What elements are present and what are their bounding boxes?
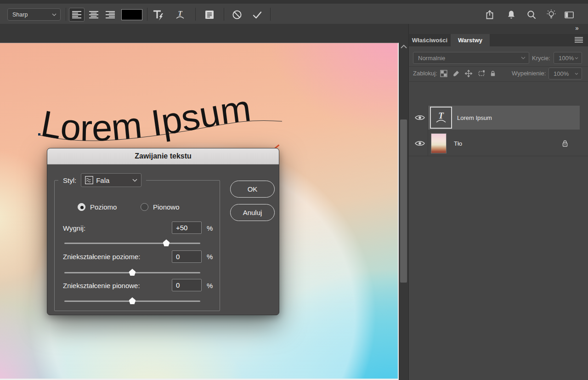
align-left-icon (72, 11, 81, 18)
align-center-icon (89, 11, 98, 18)
divider (147, 8, 147, 21)
bend-slider[interactable] (64, 239, 200, 246)
scroll-up-arrow[interactable] (400, 44, 407, 49)
v-distort-input[interactable] (172, 279, 202, 291)
blend-mode-dropdown[interactable]: Normalnie (413, 52, 529, 64)
h-distort-unit: % (207, 253, 213, 261)
layer-thumbnail-text[interactable]: T (430, 107, 452, 129)
align-right-button[interactable] (102, 8, 118, 22)
fill-dropdown[interactable]: 100% (548, 68, 582, 79)
panel-toggle-button[interactable] (562, 8, 576, 21)
radio-horizontal[interactable] (78, 203, 85, 211)
search-button[interactable] (525, 8, 538, 21)
h-distort-input[interactable] (172, 250, 202, 263)
lock-transparency-icon (440, 70, 447, 77)
tab-label: Właściwości (412, 37, 447, 44)
vertical-scrollbar-thumb[interactable] (400, 119, 407, 283)
divider (195, 8, 196, 21)
panels-toggle-button[interactable] (203, 8, 216, 21)
warp-style-dropdown[interactable]: Fala (81, 173, 141, 187)
chevron-down-icon (521, 57, 526, 59)
fill-value: 100% (554, 70, 569, 77)
lock-position-icon (465, 70, 472, 77)
layer-thumbnail-image[interactable] (431, 133, 447, 153)
radio-vertical-label[interactable]: Pionowo (153, 203, 180, 211)
lock-artboard-button[interactable] (477, 69, 485, 77)
opacity-label: Krycie: (532, 55, 550, 62)
lightbulb-button[interactable] (544, 8, 558, 21)
lightbulb-icon (546, 9, 557, 20)
eye-column-divider (428, 106, 428, 156)
slider-thumb[interactable] (129, 269, 136, 276)
layer-name[interactable]: Lorem Ipsum (457, 114, 492, 121)
window-edge (0, 0, 588, 4)
eye-icon (415, 140, 425, 147)
ok-button[interactable]: OK (230, 181, 275, 198)
svg-text:T: T (178, 10, 182, 17)
lock-artboard-icon (478, 70, 485, 77)
h-distort-label: Zniekształcenie poziome: (63, 253, 140, 261)
layer-visibility-toggle[interactable] (415, 140, 425, 147)
divider (270, 8, 271, 21)
dialog-title[interactable]: Zawijanie tekstu (47, 148, 279, 164)
warp-text-icon: T (433, 110, 449, 125)
eye-icon (415, 114, 425, 121)
style-label: Styl: (63, 176, 76, 184)
lock-all-icon (489, 70, 497, 77)
tab-warstwy[interactable]: Warstwy (451, 34, 490, 46)
svg-text:T: T (438, 111, 444, 120)
options-bar: Sharp T (0, 4, 588, 24)
search-icon (526, 9, 537, 20)
v-distort-label: Zniekształcenie pionowe: (63, 282, 140, 289)
lock-position-button[interactable] (464, 69, 472, 77)
fill-label: Wypełnienie: (512, 70, 546, 77)
bend-input[interactable] (172, 221, 202, 234)
layer-name[interactable]: Tło (454, 140, 462, 147)
panel-menu-button[interactable] (575, 37, 583, 43)
tab-wlasciwosci[interactable]: Właściwości (409, 34, 451, 46)
cancel-button[interactable] (230, 8, 244, 21)
photoshop-app: Sharp T (0, 0, 588, 380)
commit-icon (252, 9, 263, 20)
slider-thumb[interactable] (129, 297, 136, 304)
bend-unit: % (207, 224, 213, 232)
faux-styles-icon (152, 9, 164, 21)
layer-visibility-toggle[interactable] (415, 114, 425, 121)
chevron-down-icon (52, 13, 57, 16)
share-button[interactable] (483, 8, 497, 21)
bell-icon (506, 9, 517, 20)
cancel-icon (232, 9, 243, 20)
faux-styles-button[interactable] (151, 8, 165, 21)
panel-toggle-icon (564, 9, 575, 20)
cancel-button[interactable]: Anuluj (230, 204, 275, 221)
panel-overflow-chevrons[interactable]: » (575, 24, 586, 32)
hamburger-icon (575, 37, 583, 43)
align-center-button[interactable] (86, 8, 102, 22)
lock-paint-button[interactable] (452, 69, 460, 77)
divider (224, 8, 224, 21)
lock-all-button[interactable] (489, 69, 497, 77)
chevron-down-icon (575, 57, 578, 59)
style-value: Fala (96, 176, 109, 184)
opacity-dropdown[interactable]: 100% (554, 52, 582, 64)
lock-transparency-button[interactable] (440, 69, 447, 77)
align-left-button[interactable] (69, 8, 85, 22)
text-color-swatch[interactable] (121, 9, 142, 20)
style-row: Styl: Fala (58, 173, 146, 187)
radio-horizontal-label[interactable]: Poziomo (90, 203, 117, 211)
canvas-text[interactable]: Lorem Ipsum (38, 88, 253, 149)
divider (66, 8, 66, 21)
v-distort-slider[interactable] (64, 297, 200, 304)
commit-button[interactable] (250, 8, 264, 21)
radio-vertical[interactable] (141, 203, 148, 211)
wave-style-icon (85, 176, 93, 184)
antialias-dropdown[interactable]: Sharp (7, 8, 61, 21)
v-distort-unit: % (207, 282, 213, 289)
slider-thumb[interactable] (163, 239, 170, 246)
warp-text-button[interactable]: T (173, 8, 187, 21)
h-distort-slider[interactable] (64, 268, 200, 276)
align-right-icon (106, 11, 115, 18)
opacity-value: 100% (559, 55, 574, 62)
slider-track[interactable] (64, 243, 200, 244)
bell-button[interactable] (504, 8, 518, 21)
